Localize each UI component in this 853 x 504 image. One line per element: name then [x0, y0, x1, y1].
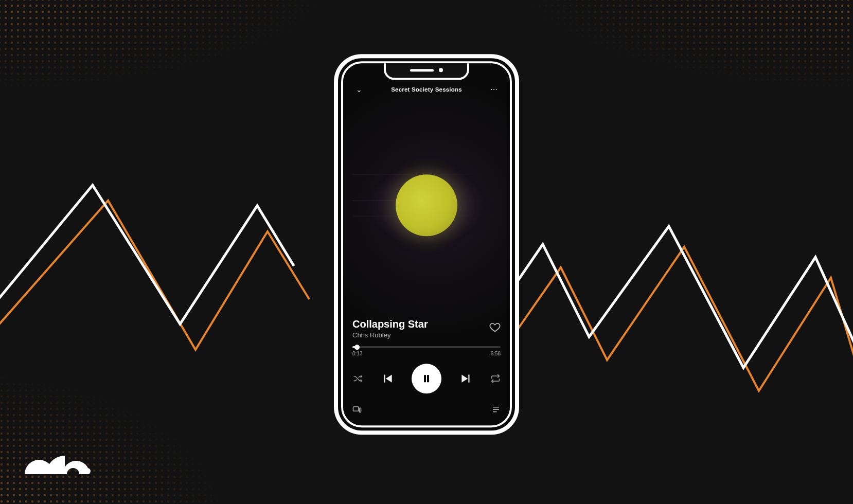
- pause-button[interactable]: [412, 364, 441, 393]
- chevron-down-icon[interactable]: ⌄: [352, 85, 366, 94]
- next-icon[interactable]: [459, 372, 473, 385]
- album-art-sun: [396, 174, 457, 236]
- previous-icon[interactable]: [381, 372, 394, 385]
- track-artist: Chris Robley: [352, 331, 428, 339]
- svg-point-9: [84, 468, 91, 474]
- devices-icon[interactable]: [352, 405, 362, 416]
- halftone-top-right: [513, 0, 853, 93]
- svg-rect-13: [360, 408, 361, 412]
- album-art: [352, 95, 501, 315]
- zigzag-orange-right: [466, 247, 853, 404]
- svg-rect-5: [513, 0, 853, 93]
- phone-mockup: ⌄ Secret Society Sessions ⋯ Collapsing S…: [334, 54, 519, 435]
- repeat-icon[interactable]: [490, 373, 501, 384]
- time-remaining: -6:58: [489, 351, 501, 356]
- heart-icon[interactable]: [489, 321, 501, 335]
- svg-rect-11: [427, 375, 429, 382]
- music-player: ⌄ Secret Society Sessions ⋯ Collapsing S…: [343, 63, 510, 425]
- track-title: Collapsing Star: [352, 318, 428, 330]
- shuffle-icon[interactable]: [352, 373, 363, 384]
- progress-knob[interactable]: [354, 345, 360, 350]
- time-elapsed: 0:13: [352, 351, 362, 356]
- zigzag-white-left: [0, 185, 293, 324]
- svg-rect-8: [0, 370, 237, 504]
- brand-logo: [25, 438, 92, 479]
- zigzag-orange: [0, 201, 309, 350]
- player-header: ⌄ Secret Society Sessions ⋯: [352, 84, 501, 95]
- phone-notch: [384, 62, 469, 80]
- svg-rect-12: [353, 407, 359, 411]
- phone-screen: ⌄ Secret Society Sessions ⋯ Collapsing S…: [341, 61, 512, 427]
- svg-rect-10: [424, 375, 426, 382]
- halftone-bottom-left: [0, 370, 237, 504]
- playlist-title: Secret Society Sessions: [366, 86, 487, 93]
- halftone-top-left: [0, 0, 340, 93]
- progress-bar[interactable]: [352, 346, 501, 348]
- svg-rect-2: [0, 0, 340, 93]
- more-icon[interactable]: ⋯: [487, 85, 501, 94]
- queue-icon[interactable]: [491, 405, 501, 416]
